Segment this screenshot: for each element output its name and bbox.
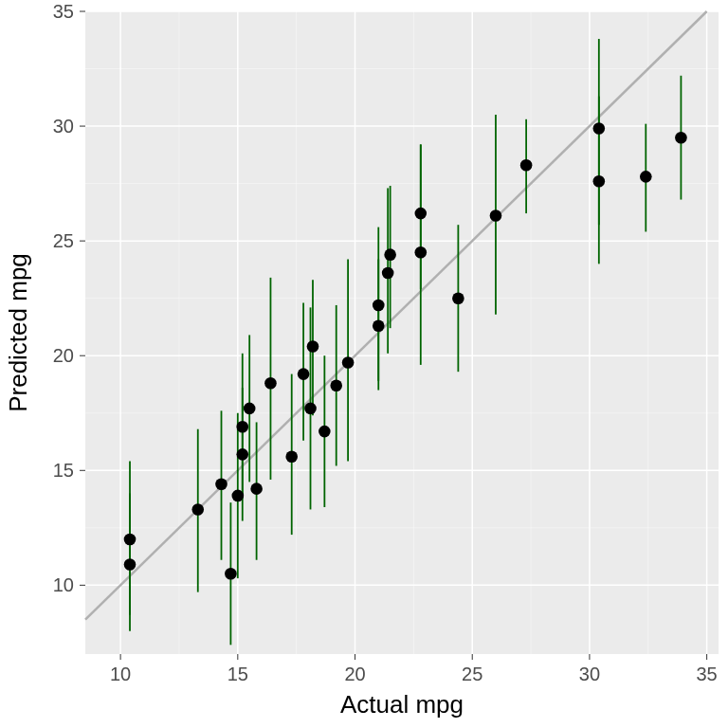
data-point	[232, 490, 245, 502]
x-tick-label: 35	[697, 664, 718, 684]
data-point	[520, 159, 533, 172]
y-tick-label: 20	[53, 345, 74, 366]
y-axis-title: Predicted mpg	[4, 253, 32, 412]
data-point	[342, 356, 355, 369]
x-tick-label: 20	[344, 664, 365, 684]
data-point	[318, 426, 331, 438]
data-point	[307, 340, 319, 353]
data-point	[490, 209, 502, 222]
x-tick-label: 25	[462, 664, 482, 684]
data-point	[298, 368, 310, 380]
data-point	[593, 122, 606, 135]
data-point	[330, 379, 342, 391]
y-tick-label: 30	[53, 116, 74, 136]
data-point	[236, 448, 248, 461]
y-tick-label: 25	[53, 230, 74, 251]
chart-container: 101520253035101520253035Actual mpgPredic…	[0, 0, 728, 728]
data-point	[382, 267, 394, 280]
data-point	[414, 246, 427, 259]
scatter-chart: 101520253035101520253035Actual mpgPredic…	[0, 0, 728, 728]
data-point	[225, 568, 237, 580]
data-point	[304, 403, 317, 415]
data-point	[593, 175, 606, 188]
data-point	[250, 482, 263, 495]
data-point	[373, 319, 385, 332]
data-point	[124, 534, 136, 546]
x-tick-label: 30	[579, 664, 600, 684]
data-point	[675, 132, 687, 144]
data-point	[640, 171, 652, 183]
x-tick-label: 15	[228, 664, 248, 684]
data-point	[244, 403, 256, 415]
data-point	[215, 479, 228, 491]
y-tick-label: 35	[53, 1, 74, 22]
data-point	[124, 558, 136, 571]
data-point	[452, 292, 464, 304]
data-point	[373, 300, 385, 312]
x-tick-label: 10	[110, 664, 131, 684]
data-point	[285, 450, 298, 463]
data-point	[236, 421, 248, 433]
data-point	[414, 208, 427, 220]
data-point	[384, 248, 396, 261]
plot-panel	[85, 11, 719, 654]
y-tick-label: 15	[53, 460, 74, 481]
data-point	[191, 503, 204, 516]
data-point	[264, 377, 277, 390]
y-tick-label: 10	[53, 574, 74, 595]
x-axis-title: Actual mpg	[340, 690, 464, 719]
